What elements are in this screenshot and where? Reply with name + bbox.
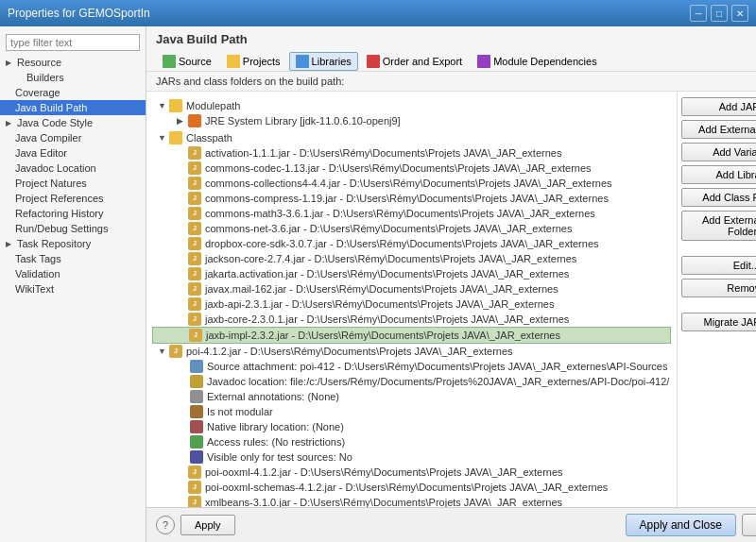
jar14-label: poi-ooxml-4.1.2.jar - D:\Users\Rémy\Docu…: [205, 466, 563, 478]
tree-row-modulepath[interactable]: ▼ Modulepath: [152, 98, 671, 113]
jar13-icon: J: [189, 329, 202, 342]
sidebar-item-project-references[interactable]: Project References: [0, 191, 146, 206]
tree-row-poi-javadoc[interactable]: Javadoc location: file:/c:/Users/Rémy/Do…: [152, 374, 671, 389]
jar15-icon: J: [188, 481, 201, 494]
sidebar-item-task-repository[interactable]: ▶ Task Repository: [0, 236, 146, 251]
add-class-folder-button[interactable]: Add Class Folder...: [681, 188, 756, 207]
attach-icon: [190, 360, 203, 373]
sidebar-item-project-natures[interactable]: Project Natures: [0, 176, 146, 191]
tree-row-jar12[interactable]: ▶ J jaxb-core-2.3.0.1.jar - D:\Users\Rém…: [152, 312, 671, 327]
tab-projects[interactable]: Projects: [220, 52, 287, 71]
sidebar: ▶ Resource Builders Coverage Java Build …: [0, 26, 146, 542]
sidebar-item-run-debug[interactable]: Run/Debug Settings: [0, 221, 146, 236]
classpath-label: Classpath: [186, 132, 232, 144]
tree-row-jar9[interactable]: ▶ J jakarta.activation.jar - D:\Users\Ré…: [152, 266, 671, 281]
tab-order-export[interactable]: Order and Export: [360, 52, 469, 71]
jar2-label: commons-codec-1.13.jar - D:\Users\Rémy\D…: [205, 162, 592, 174]
jar15-label: poi-ooxml-schemas-4.1.2.jar - D:\Users\R…: [205, 482, 608, 493]
help-button[interactable]: ?: [156, 516, 175, 534]
jar7-label: dropbox-core-sdk-3.0.7.jar - D:\Users\Ré…: [205, 238, 599, 249]
minimize-button[interactable]: ─: [690, 5, 707, 22]
tree-row-poi-native[interactable]: Native library location: (None): [152, 419, 671, 434]
right-buttons-panel: Add JARs... Add External JARs... Add Var…: [678, 92, 756, 507]
close-button[interactable]: ✕: [731, 5, 748, 22]
sidebar-item-resource[interactable]: ▶ Resource: [0, 55, 146, 70]
tree-row-jar8[interactable]: ▶ J jackson-core-2.7.4.jar - D:\Users\Ré…: [152, 251, 671, 266]
sidebar-item-validation[interactable]: Validation: [0, 266, 146, 281]
tree-row-jar4[interactable]: ▶ J commons-compress-1.19.jar - D:\Users…: [152, 191, 671, 206]
poi-native-label: Native library location: (None): [207, 421, 344, 432]
sidebar-item-java-code-style[interactable]: ▶ Java Code Style: [0, 115, 146, 130]
sidebar-item-task-tags[interactable]: Task Tags: [0, 251, 146, 266]
tree-node-classpath: ▼ Classpath ▶ J activation-1.1.1.jar - D…: [152, 129, 671, 507]
tree-row-poi-modular[interactable]: Is not modular: [152, 404, 671, 419]
tree-row-poi-src[interactable]: Source attachment: poi-412 - D:\Users\Ré…: [152, 359, 671, 374]
toggle-poi[interactable]: ▼: [158, 347, 167, 356]
tree-row-jar6[interactable]: ▶ J commons-net-3.6.jar - D:\Users\Rémy\…: [152, 221, 671, 236]
projects-icon: [227, 55, 240, 68]
tree-row-classpath[interactable]: ▼ Classpath: [152, 130, 671, 145]
access-icon: [190, 435, 203, 449]
tree-row-jar3[interactable]: ▶ J commons-collections4-4.4.jar - D:\Us…: [152, 176, 671, 191]
sidebar-item-builders[interactable]: Builders: [0, 70, 146, 85]
tree-row-jar11[interactable]: ▶ J jaxb-api-2.3.1.jar - D:\Users\Rémy\D…: [152, 296, 671, 312]
cancel-button[interactable]: Cancel: [742, 514, 756, 536]
tree-row-jar7[interactable]: ▶ J dropbox-core-sdk-3.0.7.jar - D:\User…: [152, 236, 671, 251]
sidebar-item-wikitext[interactable]: WikiText: [0, 281, 146, 296]
tree-row-jar5[interactable]: ▶ J commons-math3-3.6.1.jar - D:\Users\R…: [152, 206, 671, 221]
toggle-jre[interactable]: ▶: [177, 116, 186, 126]
apply-close-button[interactable]: Apply and Close: [626, 514, 736, 536]
sidebar-item-label: Builders: [26, 72, 64, 83]
tab-source[interactable]: Source: [156, 52, 218, 71]
sidebar-item-java-compiler[interactable]: Java Compiler: [0, 130, 146, 145]
tree-row-poi-visible[interactable]: Visible only for test sources: No: [152, 449, 671, 465]
sidebar-item-refactoring-history[interactable]: Refactoring History: [0, 206, 146, 221]
tabs-toolbar: Source Projects Libraries Order and Expo…: [156, 52, 756, 71]
tree-row-jar16[interactable]: ▶ J xmlbeans-3.1.0.jar - D:\Users\Rémy\D…: [152, 495, 671, 507]
edit-button[interactable]: Edit...: [681, 256, 756, 275]
apply-button[interactable]: Apply: [180, 515, 235, 535]
poi-src-label: Source attachment: poi-412 - D:\Users\Ré…: [207, 361, 667, 372]
sidebar-item-coverage[interactable]: Coverage: [0, 85, 146, 100]
tree-row-poi[interactable]: ▼ J poi-4.1.2.jar - D:\Users\Rémy\Docume…: [152, 344, 671, 359]
jar16-label: xmlbeans-3.1.0.jar - D:\Users\Rémy\Docum…: [205, 497, 562, 507]
tree-row-jar10[interactable]: ▶ J javax.mail-162.jar - D:\Users\Rémy\D…: [152, 281, 671, 296]
tree-row-jar14[interactable]: ▶ J poi-ooxml-4.1.2.jar - D:\Users\Rémy\…: [152, 465, 671, 480]
libraries-icon: [296, 55, 309, 68]
tree-row-jar2[interactable]: ▶ J commons-codec-1.13.jar - D:\Users\Ré…: [152, 161, 671, 176]
add-external-class-folder-button[interactable]: Add External Class Folder...: [681, 211, 756, 241]
tab-libraries-label: Libraries: [312, 56, 352, 67]
remove-button[interactable]: Remove: [681, 279, 756, 297]
jar9-label: jakarta.activation.jar - D:\Users\Rémy\D…: [205, 268, 569, 279]
sidebar-item-java-build-path[interactable]: Java Build Path: [0, 100, 146, 115]
sidebar-search-input[interactable]: [6, 34, 140, 51]
add-variable-button[interactable]: Add Variable...: [681, 143, 756, 161]
tab-libraries[interactable]: Libraries: [289, 52, 358, 71]
tree-row-poi-ext[interactable]: External annotations: (None): [152, 389, 671, 404]
sidebar-item-label: Run/Debug Settings: [15, 223, 108, 234]
poi-access-label: Access rules: (No restrictions): [207, 436, 345, 448]
tree-row-jre[interactable]: ▶ JRE System Library [jdk-11.0.6.10-open…: [152, 113, 671, 128]
jar11-label: jaxb-api-2.3.1.jar - D:\Users\Rémy\Docum…: [205, 298, 554, 310]
add-jars-button[interactable]: Add JARs...: [681, 97, 756, 116]
tree-row-poi-access[interactable]: Access rules: (No restrictions): [152, 434, 671, 449]
migrate-jar-button[interactable]: Migrate JAR File...: [681, 313, 756, 331]
sidebar-item-java-editor[interactable]: Java Editor: [0, 145, 146, 161]
source-icon: [163, 55, 176, 68]
sidebar-item-label: Refactoring History: [15, 208, 104, 219]
modulepath-children: ▶ JRE System Library [jdk-11.0.6.10-open…: [152, 113, 671, 128]
expand-arrow-task: ▶: [6, 240, 11, 248]
toggle-modulepath[interactable]: ▼: [158, 101, 167, 110]
add-library-button[interactable]: Add Library...: [681, 165, 756, 184]
toggle-classpath[interactable]: ▼: [158, 133, 167, 143]
tree-row-jar1[interactable]: ▶ J activation-1.1.1.jar - D:\Users\Rémy…: [152, 145, 671, 161]
maximize-button[interactable]: □: [711, 5, 728, 22]
tree-row-jar13[interactable]: ▶ J jaxb-impl-2.3.2.jar - D:\Users\Rémy\…: [152, 327, 671, 344]
expand-arrow-code-style: ▶: [6, 119, 11, 127]
add-external-jars-button[interactable]: Add External JARs...: [681, 120, 756, 139]
tree-row-jar15[interactable]: ▶ J poi-ooxml-schemas-4.1.2.jar - D:\Use…: [152, 480, 671, 495]
sidebar-item-javadoc-location[interactable]: Javadoc Location: [0, 161, 146, 176]
content-panel: Java Build Path Source Projects Librarie…: [146, 26, 756, 542]
expand-arrow-resource: ▶: [6, 59, 11, 67]
tab-module-dependencies[interactable]: Module Dependencies: [471, 52, 603, 71]
